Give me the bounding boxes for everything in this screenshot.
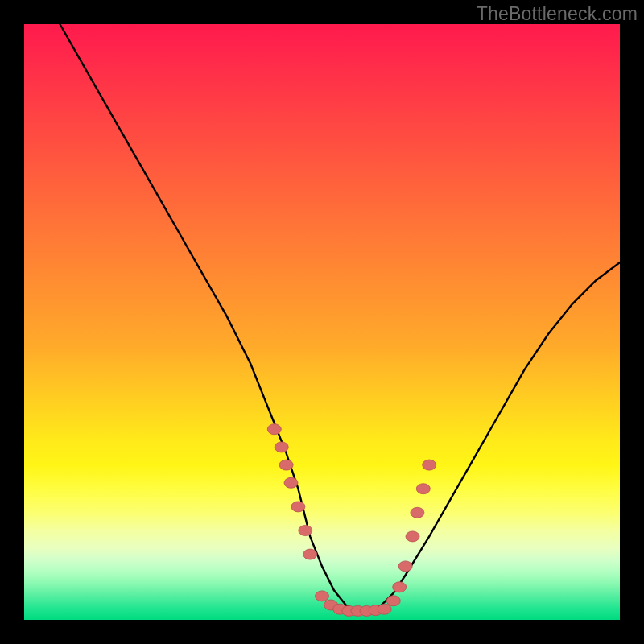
marker-point (284, 477, 298, 488)
marker-point (279, 460, 293, 470)
bottleneck-curve (60, 24, 620, 611)
marker-point (275, 442, 288, 452)
marker-point (386, 596, 400, 606)
marker-point (423, 460, 436, 470)
marker-point (303, 549, 317, 559)
marker-point (411, 507, 424, 518)
marker-point (406, 531, 419, 542)
marker-point (416, 484, 430, 494)
plot-svg (24, 24, 620, 620)
marker-point (316, 591, 329, 601)
marker-point (393, 582, 407, 592)
marker-point (299, 526, 312, 536)
marker-point (291, 502, 305, 512)
watermark-label: TheBottleneck.com (477, 3, 638, 25)
marker-point (398, 561, 412, 572)
marker-group (267, 424, 436, 617)
marker-point (267, 424, 281, 435)
plot-area (24, 24, 620, 620)
chart-frame: TheBottleneck.com (0, 0, 644, 644)
marker-point (378, 604, 391, 614)
